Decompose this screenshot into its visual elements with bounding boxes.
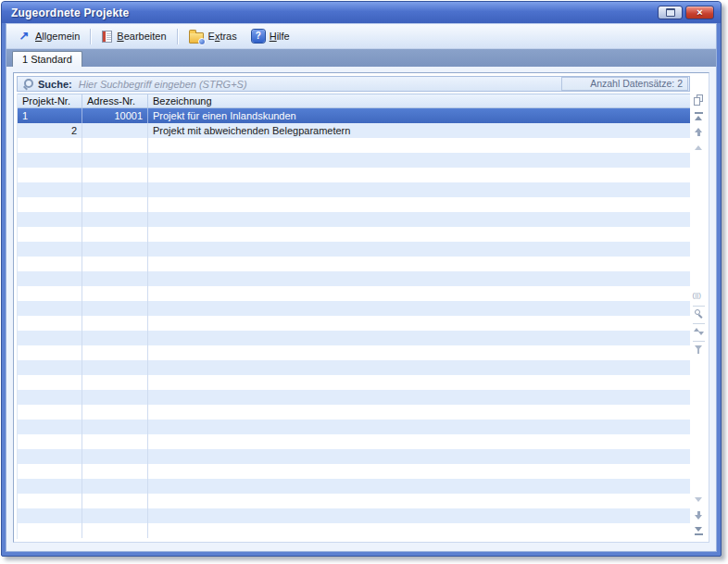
table-cell bbox=[82, 257, 148, 271]
page-down-icon[interactable] bbox=[693, 509, 705, 521]
table-cell bbox=[148, 331, 690, 345]
table-row[interactable] bbox=[18, 286, 690, 301]
table-row[interactable] bbox=[18, 242, 690, 257]
toolbar-separator bbox=[90, 29, 92, 44]
table-cell bbox=[148, 449, 690, 464]
table-cell bbox=[148, 420, 690, 434]
table-row[interactable] bbox=[18, 212, 690, 227]
menu-hilfe[interactable]: ? Hilfe bbox=[245, 28, 297, 44]
window-controls: × bbox=[658, 6, 714, 19]
table-cell bbox=[82, 168, 148, 182]
close-icon: × bbox=[697, 6, 702, 19]
table-cell bbox=[82, 301, 148, 316]
table-row[interactable] bbox=[18, 434, 690, 449]
fit-columns-icon[interactable] bbox=[693, 289, 705, 306]
menu-bearbeiten-label: Bearbeiten bbox=[117, 31, 166, 42]
step-down-icon[interactable] bbox=[693, 494, 705, 506]
rail-bottom bbox=[693, 492, 705, 539]
tab-standard[interactable]: 1 Standard bbox=[12, 51, 82, 67]
column-header-projekt-nr[interactable]: Projekt-Nr. bbox=[18, 94, 82, 107]
table-row[interactable] bbox=[18, 420, 690, 434]
table-row[interactable] bbox=[18, 523, 690, 538]
table-row[interactable] bbox=[18, 405, 690, 420]
restore-button[interactable] bbox=[658, 6, 683, 19]
rail-mid bbox=[693, 289, 705, 358]
table-row[interactable] bbox=[18, 138, 690, 153]
table-cell bbox=[18, 479, 82, 494]
scroll-bottom-icon[interactable] bbox=[693, 525, 705, 537]
table-row[interactable] bbox=[18, 390, 690, 405]
menu-extras[interactable]: Extras bbox=[182, 28, 245, 45]
table-cell bbox=[18, 390, 82, 405]
table-row[interactable] bbox=[18, 449, 690, 464]
page-up-icon[interactable] bbox=[693, 126, 705, 138]
menu-allgemein-label: Allgemein bbox=[35, 31, 80, 42]
table-row[interactable] bbox=[18, 375, 690, 390]
sort-icon[interactable] bbox=[693, 323, 705, 341]
table-cell bbox=[82, 434, 148, 449]
copy-icon[interactable] bbox=[693, 94, 705, 107]
filter-icon[interactable] bbox=[693, 341, 705, 358]
scroll-top-icon[interactable] bbox=[693, 110, 705, 122]
grid-panel: Suche: Hier Suchbegriff eingeben (STRG+S… bbox=[13, 72, 709, 543]
table-row[interactable] bbox=[18, 464, 690, 479]
column-header-adress-nr[interactable]: Adress-Nr. bbox=[82, 94, 148, 107]
table-row[interactable] bbox=[18, 345, 690, 360]
table-row[interactable]: 2Projekt mit abweichenden Belegparameter… bbox=[18, 123, 690, 138]
table-cell bbox=[18, 271, 82, 286]
table-cell bbox=[82, 331, 148, 345]
table-row[interactable] bbox=[18, 271, 690, 286]
table-cell bbox=[148, 153, 690, 168]
grid-column: Suche: Hier Suchbegriff eingeben (STRG+S… bbox=[17, 76, 690, 539]
table-row[interactable] bbox=[18, 508, 690, 523]
table-cell bbox=[148, 212, 690, 227]
main-toolbar: Allgemein Bearbeiten Extras ? Hilfe bbox=[6, 24, 716, 49]
menu-hilfe-label: Hilfe bbox=[270, 31, 290, 42]
menu-bearbeiten[interactable]: Bearbeiten bbox=[94, 29, 173, 44]
step-up-icon[interactable] bbox=[693, 142, 705, 154]
titlebar[interactable]: Zugeordnete Projekte × bbox=[2, 2, 721, 23]
table-row[interactable] bbox=[18, 168, 690, 182]
close-button[interactable]: × bbox=[685, 6, 714, 19]
table-cell: Projekt mit abweichenden Belegparametern bbox=[148, 123, 690, 138]
table-row[interactable] bbox=[18, 494, 690, 508]
table-cell bbox=[82, 197, 148, 212]
table-header-row: Projekt-Nr. Adress-Nr. Bezeichnung bbox=[18, 94, 690, 108]
table-cell bbox=[18, 523, 82, 538]
table-row[interactable] bbox=[18, 227, 690, 242]
column-header-bezeichnung[interactable]: Bezeichnung bbox=[148, 94, 690, 107]
folder-extras-icon bbox=[189, 32, 204, 44]
table-cell: 10001 bbox=[82, 108, 148, 123]
table-row[interactable] bbox=[18, 479, 690, 494]
table-cell bbox=[82, 479, 148, 494]
table-cell bbox=[82, 420, 148, 434]
table-cell bbox=[18, 464, 82, 479]
table-cell bbox=[18, 242, 82, 257]
table-row[interactable] bbox=[18, 316, 690, 331]
rail-top bbox=[693, 93, 705, 156]
table-cell bbox=[148, 479, 690, 494]
table-cell bbox=[148, 182, 690, 197]
tab-strip: 1 Standard bbox=[6, 49, 716, 67]
table-cell: Projekt für einen Inlandskunden bbox=[148, 108, 690, 123]
search-bar[interactable]: Suche: Hier Suchbegriff eingeben (STRG+S… bbox=[17, 76, 690, 92]
table-row[interactable] bbox=[18, 257, 690, 271]
table-cell bbox=[148, 464, 690, 479]
table-row[interactable] bbox=[18, 182, 690, 197]
menu-allgemein[interactable]: Allgemein bbox=[10, 28, 87, 44]
table-cell bbox=[82, 182, 148, 197]
table-row[interactable] bbox=[18, 301, 690, 316]
table-row[interactable]: 110001Projekt für einen Inlandskunden bbox=[18, 108, 690, 123]
table-row[interactable] bbox=[18, 197, 690, 212]
table-cell bbox=[148, 301, 690, 316]
table-row[interactable] bbox=[18, 331, 690, 345]
zoom-icon[interactable] bbox=[693, 306, 705, 323]
projects-table: Projekt-Nr. Adress-Nr. Bezeichnung 11000… bbox=[17, 94, 690, 539]
table-cell bbox=[148, 508, 690, 523]
table-cell bbox=[148, 523, 690, 538]
table-row[interactable] bbox=[18, 153, 690, 168]
table-cell bbox=[18, 449, 82, 464]
table-cell bbox=[18, 153, 82, 168]
table-row[interactable] bbox=[18, 360, 690, 375]
table-cell bbox=[82, 494, 148, 508]
